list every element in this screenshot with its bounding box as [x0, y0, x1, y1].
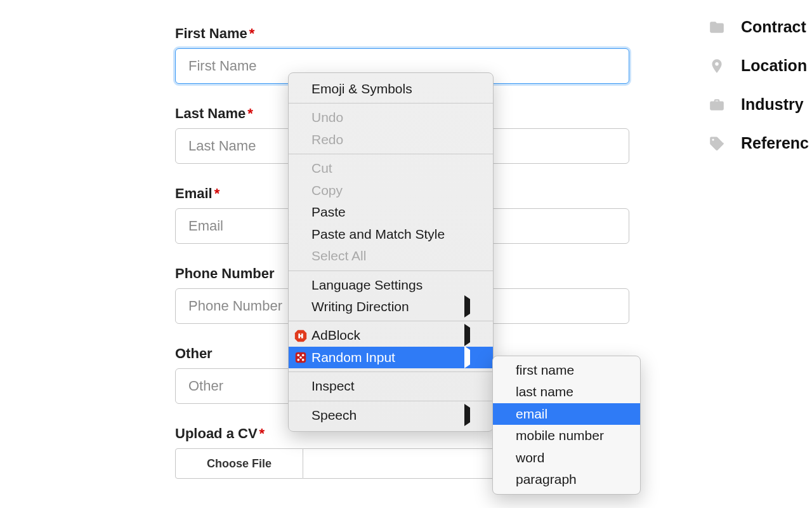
menu-divider — [289, 103, 493, 104]
menu-item-label: Speech — [311, 406, 357, 425]
sidebar-item-label: Contract — [741, 18, 806, 36]
menu-item-label: Paste — [311, 203, 346, 222]
menu-item-paste-match-style[interactable]: Paste and Match Style — [289, 224, 493, 245]
label-text: First Name — [175, 25, 247, 41]
sidebar-item-reference[interactable]: Referenc — [708, 134, 812, 152]
label-text: Email — [175, 185, 213, 201]
submenu-arrow-icon — [464, 348, 470, 367]
sidebar-item-label: Location — [741, 57, 807, 75]
sidebar-item-industry[interactable]: Industry — [708, 95, 812, 114]
menu-item-paste[interactable]: Paste — [289, 201, 493, 223]
submenu-item-mobile-number[interactable]: mobile number — [493, 425, 640, 446]
menu-item-copy: Copy — [289, 180, 493, 201]
context-menu: Emoji & Symbols Undo Redo Cut Copy Paste… — [288, 72, 494, 432]
choose-file-button[interactable]: Choose File — [175, 448, 303, 479]
svg-point-5 — [298, 359, 300, 361]
menu-item-label: Writing Direction — [311, 297, 409, 316]
info-sidebar: Contract Location Industry Referenc — [708, 18, 812, 173]
sidebar-item-location[interactable]: Location — [708, 57, 812, 75]
svg-point-6 — [302, 359, 304, 361]
menu-item-language-settings[interactable]: Language Settings — [289, 274, 493, 296]
label-text: Phone Number — [175, 265, 274, 281]
menu-item-label: Copy — [311, 181, 343, 200]
menu-divider — [289, 154, 493, 154]
submenu-item-email[interactable]: email — [493, 403, 640, 425]
submenu-item-word[interactable]: word — [493, 447, 640, 469]
menu-item-label: Cut — [311, 159, 332, 178]
menu-divider — [289, 321, 493, 321]
menu-item-select-all: Select All — [289, 245, 493, 267]
menu-item-emoji-symbols[interactable]: Emoji & Symbols — [289, 78, 493, 100]
folder-icon — [708, 18, 726, 36]
menu-item-random-input[interactable]: Random Input — [289, 347, 493, 368]
menu-divider — [289, 371, 493, 372]
menu-item-speech[interactable]: Speech — [289, 404, 493, 426]
briefcase-icon — [708, 96, 726, 114]
sidebar-item-label: Referenc — [741, 134, 809, 152]
sidebar-item-contract[interactable]: Contract — [708, 18, 812, 36]
label-text: Last Name — [175, 105, 246, 121]
svg-point-4 — [299, 356, 302, 359]
svg-point-2 — [298, 354, 300, 357]
sidebar-item-label: Industry — [741, 95, 804, 114]
menu-item-undo: Undo — [289, 107, 493, 128]
menu-item-label: Paste and Match Style — [311, 225, 445, 244]
menu-item-label: Random Input — [311, 348, 395, 367]
svg-point-3 — [302, 354, 304, 357]
required-mark: * — [247, 105, 253, 121]
dice-icon — [294, 351, 308, 364]
menu-item-label: Language Settings — [311, 276, 422, 295]
pin-icon — [708, 57, 726, 75]
menu-item-redo: Redo — [289, 129, 493, 150]
menu-item-cut: Cut — [289, 157, 493, 179]
required-mark: * — [249, 25, 255, 41]
label-text: Upload a CV — [175, 425, 258, 441]
submenu-arrow-icon — [464, 297, 470, 316]
menu-item-label: Inspect — [311, 377, 355, 396]
random-input-submenu: first name last name email mobile number… — [492, 356, 641, 495]
menu-item-adblock[interactable]: AdBlock — [289, 324, 493, 346]
submenu-arrow-icon — [464, 406, 470, 425]
submenu-item-first-name[interactable]: first name — [493, 359, 640, 381]
menu-item-label: Select All — [311, 246, 366, 265]
tag-icon — [708, 135, 726, 152]
submenu-arrow-icon — [464, 326, 470, 345]
first-name-label: First Name* — [175, 25, 629, 42]
menu-item-label: Undo — [311, 108, 343, 127]
required-mark: * — [214, 185, 220, 201]
submenu-item-last-name[interactable]: last name — [493, 381, 640, 403]
adblock-icon — [294, 329, 308, 343]
menu-item-label: Redo — [311, 130, 343, 149]
menu-item-inspect[interactable]: Inspect — [289, 375, 493, 397]
menu-divider — [289, 401, 493, 401]
menu-item-writing-direction[interactable]: Writing Direction — [289, 296, 493, 318]
submenu-item-paragraph[interactable]: paragraph — [493, 469, 640, 490]
label-text: Other — [175, 345, 213, 361]
menu-item-label: AdBlock — [311, 326, 360, 345]
menu-divider — [289, 271, 493, 271]
menu-item-label: Emoji & Symbols — [311, 79, 412, 98]
required-mark: * — [259, 425, 265, 441]
